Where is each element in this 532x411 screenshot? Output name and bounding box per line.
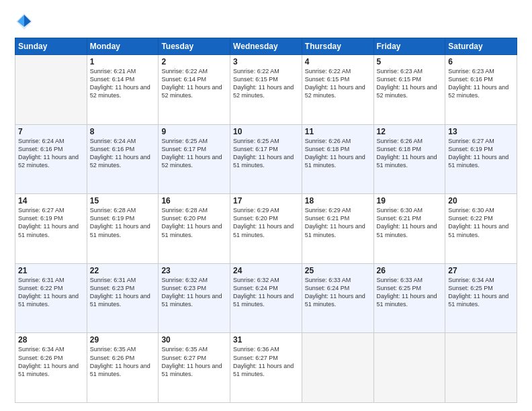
calendar-day-cell: 2Sunrise: 6:22 AMSunset: 6:14 PMDaylight… xyxy=(159,55,230,125)
calendar-day-cell: 9Sunrise: 6:25 AMSunset: 6:17 PMDaylight… xyxy=(159,124,230,194)
calendar-day-cell: 18Sunrise: 6:29 AMSunset: 6:21 PMDayligh… xyxy=(302,194,373,264)
day-number: 27 xyxy=(448,266,514,275)
day-number: 31 xyxy=(233,335,299,345)
day-info: Sunrise: 6:24 AMSunset: 6:16 PMDaylight:… xyxy=(18,137,84,170)
day-number: 1 xyxy=(90,57,156,66)
calendar-day-cell: 1Sunrise: 6:21 AMSunset: 6:14 PMDaylight… xyxy=(87,55,159,125)
page: SundayMondayTuesdayWednesdayThursdayFrid… xyxy=(0,0,532,411)
day-number: 12 xyxy=(377,127,443,136)
calendar-day-cell xyxy=(373,333,445,403)
calendar-day-cell: 13Sunrise: 6:27 AMSunset: 6:19 PMDayligh… xyxy=(445,124,517,194)
day-number: 28 xyxy=(18,335,84,345)
calendar-day-cell: 23Sunrise: 6:32 AMSunset: 6:23 PMDayligh… xyxy=(159,263,230,333)
day-info: Sunrise: 6:27 AMSunset: 6:19 PMDaylight:… xyxy=(18,206,84,239)
day-info: Sunrise: 6:29 AMSunset: 6:20 PMDaylight:… xyxy=(233,206,299,239)
day-info: Sunrise: 6:33 AMSunset: 6:24 PMDaylight:… xyxy=(305,276,371,309)
day-number: 17 xyxy=(233,196,299,205)
calendar-day-cell: 6Sunrise: 6:23 AMSunset: 6:16 PMDaylight… xyxy=(445,55,517,125)
day-info: Sunrise: 6:30 AMSunset: 6:21 PMDaylight:… xyxy=(377,206,443,239)
header xyxy=(15,12,517,31)
calendar-header-row: SundayMondayTuesdayWednesdayThursdayFrid… xyxy=(15,38,517,55)
calendar-header-monday: Monday xyxy=(87,38,159,55)
calendar-week-row: 21Sunrise: 6:31 AMSunset: 6:22 PMDayligh… xyxy=(15,263,517,333)
calendar-day-cell: 17Sunrise: 6:29 AMSunset: 6:20 PMDayligh… xyxy=(230,194,302,264)
logo-icon xyxy=(15,12,34,31)
calendar-week-row: 14Sunrise: 6:27 AMSunset: 6:19 PMDayligh… xyxy=(15,194,517,264)
day-number: 14 xyxy=(18,196,84,205)
day-number: 23 xyxy=(161,266,227,275)
calendar-day-cell: 19Sunrise: 6:30 AMSunset: 6:21 PMDayligh… xyxy=(373,194,445,264)
day-info: Sunrise: 6:25 AMSunset: 6:17 PMDaylight:… xyxy=(161,137,227,170)
calendar-day-cell: 5Sunrise: 6:23 AMSunset: 6:15 PMDaylight… xyxy=(373,55,445,125)
calendar-day-cell: 7Sunrise: 6:24 AMSunset: 6:16 PMDaylight… xyxy=(15,124,87,194)
calendar-day-cell: 8Sunrise: 6:24 AMSunset: 6:16 PMDaylight… xyxy=(87,124,159,194)
calendar-day-cell: 20Sunrise: 6:30 AMSunset: 6:22 PMDayligh… xyxy=(445,194,517,264)
day-info: Sunrise: 6:25 AMSunset: 6:17 PMDaylight:… xyxy=(233,137,299,170)
calendar-week-row: 1Sunrise: 6:21 AMSunset: 6:14 PMDaylight… xyxy=(15,55,517,125)
calendar-day-cell: 31Sunrise: 6:36 AMSunset: 6:27 PMDayligh… xyxy=(230,333,302,403)
day-number: 29 xyxy=(90,335,156,345)
day-info: Sunrise: 6:33 AMSunset: 6:25 PMDaylight:… xyxy=(377,276,443,309)
calendar-day-cell: 26Sunrise: 6:33 AMSunset: 6:25 PMDayligh… xyxy=(373,263,445,333)
calendar-day-cell: 21Sunrise: 6:31 AMSunset: 6:22 PMDayligh… xyxy=(15,263,87,333)
day-info: Sunrise: 6:31 AMSunset: 6:22 PMDaylight:… xyxy=(18,276,84,309)
day-info: Sunrise: 6:27 AMSunset: 6:19 PMDaylight:… xyxy=(448,137,514,170)
day-info: Sunrise: 6:21 AMSunset: 6:14 PMDaylight:… xyxy=(90,67,156,100)
day-info: Sunrise: 6:26 AMSunset: 6:18 PMDaylight:… xyxy=(377,137,443,170)
day-info: Sunrise: 6:23 AMSunset: 6:15 PMDaylight:… xyxy=(377,67,443,100)
day-info: Sunrise: 6:23 AMSunset: 6:16 PMDaylight:… xyxy=(448,67,514,100)
calendar-day-cell: 16Sunrise: 6:28 AMSunset: 6:20 PMDayligh… xyxy=(159,194,230,264)
calendar-day-cell xyxy=(445,333,517,403)
day-number: 22 xyxy=(90,266,156,275)
day-info: Sunrise: 6:22 AMSunset: 6:15 PMDaylight:… xyxy=(305,67,371,100)
calendar-day-cell: 14Sunrise: 6:27 AMSunset: 6:19 PMDayligh… xyxy=(15,194,87,264)
day-number: 5 xyxy=(377,57,443,66)
day-number: 7 xyxy=(18,127,84,136)
calendar-day-cell: 10Sunrise: 6:25 AMSunset: 6:17 PMDayligh… xyxy=(230,124,302,194)
calendar-week-row: 28Sunrise: 6:34 AMSunset: 6:26 PMDayligh… xyxy=(15,333,517,403)
day-info: Sunrise: 6:30 AMSunset: 6:22 PMDaylight:… xyxy=(448,206,514,239)
calendar-header-wednesday: Wednesday xyxy=(230,38,302,55)
day-info: Sunrise: 6:32 AMSunset: 6:24 PMDaylight:… xyxy=(233,276,299,309)
day-number: 4 xyxy=(305,57,371,66)
logo xyxy=(15,15,36,31)
day-number: 8 xyxy=(90,127,156,136)
day-number: 18 xyxy=(305,196,371,205)
day-info: Sunrise: 6:28 AMSunset: 6:19 PMDaylight:… xyxy=(90,206,156,239)
calendar-table: SundayMondayTuesdayWednesdayThursdayFrid… xyxy=(15,38,517,403)
calendar-day-cell xyxy=(302,333,373,403)
calendar-day-cell: 24Sunrise: 6:32 AMSunset: 6:24 PMDayligh… xyxy=(230,263,302,333)
day-number: 15 xyxy=(90,196,156,205)
day-info: Sunrise: 6:35 AMSunset: 6:26 PMDaylight:… xyxy=(90,345,156,378)
calendar-day-cell: 27Sunrise: 6:34 AMSunset: 6:25 PMDayligh… xyxy=(445,263,517,333)
day-number: 6 xyxy=(448,57,514,66)
day-number: 21 xyxy=(18,266,84,275)
calendar-day-cell: 30Sunrise: 6:35 AMSunset: 6:27 PMDayligh… xyxy=(159,333,230,403)
day-info: Sunrise: 6:35 AMSunset: 6:27 PMDaylight:… xyxy=(161,345,227,378)
day-info: Sunrise: 6:22 AMSunset: 6:14 PMDaylight:… xyxy=(161,67,227,100)
day-number: 3 xyxy=(233,57,299,66)
calendar-day-cell: 28Sunrise: 6:34 AMSunset: 6:26 PMDayligh… xyxy=(15,333,87,403)
calendar-day-cell: 25Sunrise: 6:33 AMSunset: 6:24 PMDayligh… xyxy=(302,263,373,333)
day-number: 2 xyxy=(161,57,227,66)
calendar-day-cell: 15Sunrise: 6:28 AMSunset: 6:19 PMDayligh… xyxy=(87,194,159,264)
calendar-day-cell: 22Sunrise: 6:31 AMSunset: 6:23 PMDayligh… xyxy=(87,263,159,333)
day-info: Sunrise: 6:24 AMSunset: 6:16 PMDaylight:… xyxy=(90,137,156,170)
day-number: 30 xyxy=(161,335,227,345)
day-info: Sunrise: 6:28 AMSunset: 6:20 PMDaylight:… xyxy=(161,206,227,239)
calendar-day-cell: 4Sunrise: 6:22 AMSunset: 6:15 PMDaylight… xyxy=(302,55,373,125)
day-info: Sunrise: 6:29 AMSunset: 6:21 PMDaylight:… xyxy=(305,206,371,239)
day-info: Sunrise: 6:36 AMSunset: 6:27 PMDaylight:… xyxy=(233,345,299,378)
day-number: 24 xyxy=(233,266,299,275)
day-number: 9 xyxy=(161,127,227,136)
calendar-day-cell: 29Sunrise: 6:35 AMSunset: 6:26 PMDayligh… xyxy=(87,333,159,403)
calendar-header-tuesday: Tuesday xyxy=(159,38,230,55)
day-number: 20 xyxy=(448,196,514,205)
day-info: Sunrise: 6:34 AMSunset: 6:25 PMDaylight:… xyxy=(448,276,514,309)
day-number: 16 xyxy=(161,196,227,205)
day-number: 25 xyxy=(305,266,371,275)
day-number: 19 xyxy=(377,196,443,205)
calendar-header-friday: Friday xyxy=(373,38,445,55)
day-info: Sunrise: 6:32 AMSunset: 6:23 PMDaylight:… xyxy=(161,276,227,309)
calendar-week-row: 7Sunrise: 6:24 AMSunset: 6:16 PMDaylight… xyxy=(15,124,517,194)
